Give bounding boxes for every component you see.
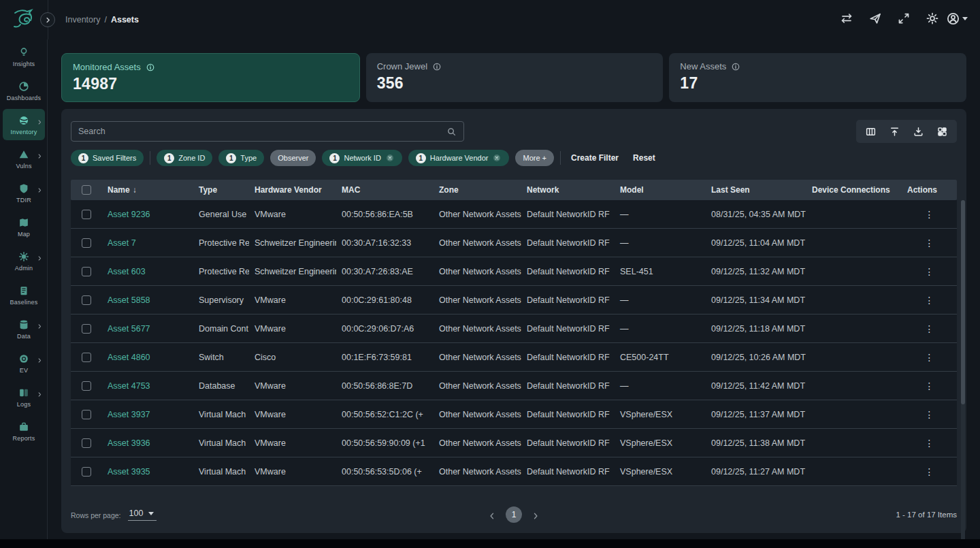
- apps-icon[interactable]: [936, 126, 948, 138]
- row-checkbox[interactable]: [82, 238, 91, 248]
- stat-card-new-assets[interactable]: New Assets 17: [669, 53, 966, 102]
- type-cell: Virtual Mach: [193, 438, 249, 448]
- sidebar-item-ev[interactable]: EV: [0, 346, 48, 380]
- info-icon[interactable]: [146, 63, 155, 72]
- asset-link[interactable]: Asset 4753: [108, 381, 150, 391]
- close-icon[interactable]: [385, 153, 395, 163]
- scrollbar-thumb[interactable]: [961, 200, 965, 404]
- asset-link[interactable]: Asset 3937: [108, 410, 150, 419]
- row-checkbox[interactable]: [82, 438, 91, 448]
- row-actions-menu-icon[interactable]: ⋮: [925, 409, 934, 420]
- breadcrumb-section[interactable]: Inventory: [65, 15, 100, 25]
- chevron-right-icon: [37, 184, 43, 190]
- asset-link[interactable]: Asset 7: [108, 238, 136, 248]
- brightness-icon[interactable]: [926, 12, 939, 25]
- row-actions-menu-icon[interactable]: ⋮: [925, 438, 934, 449]
- asset-link[interactable]: Asset 3936: [108, 438, 150, 448]
- network-cell: Default NetworkID RF: [521, 353, 615, 362]
- row-checkbox[interactable]: [82, 381, 91, 391]
- sidebar-item-insights[interactable]: Insights: [0, 39, 48, 74]
- row-actions-menu-icon[interactable]: ⋮: [925, 323, 934, 334]
- search-input[interactable]: [78, 127, 446, 136]
- info-icon[interactable]: [432, 62, 442, 71]
- column-header-last-seen[interactable]: Last Seen: [706, 185, 806, 195]
- reset-button[interactable]: Reset: [629, 153, 659, 163]
- asset-name-cell: Asset 603: [102, 267, 193, 276]
- asset-link[interactable]: Asset 4860: [108, 353, 150, 362]
- download-icon[interactable]: [913, 126, 924, 138]
- row-select-cell: [71, 381, 102, 391]
- sidebar-item-admin[interactable]: Admin: [0, 244, 48, 278]
- filter-chip-hardware-vendor[interactable]: 1Hardware Vendor: [408, 150, 510, 166]
- send-icon[interactable]: [868, 12, 882, 25]
- swap-arrows-icon[interactable]: [840, 12, 853, 25]
- row-checkbox[interactable]: [82, 467, 91, 477]
- zone-cell: Other Network Assets: [434, 267, 521, 276]
- column-header-type[interactable]: Type: [193, 185, 249, 195]
- sidebar-item-tdir[interactable]: TDIR: [0, 176, 48, 210]
- next-page-icon[interactable]: [532, 511, 540, 519]
- sidebar-item-map[interactable]: Map: [0, 210, 48, 244]
- row-select-cell: [71, 324, 102, 334]
- select-all-checkbox[interactable]: [82, 185, 91, 195]
- column-header-mac[interactable]: MAC: [336, 185, 434, 195]
- row-actions-menu-icon[interactable]: ⋮: [925, 266, 934, 277]
- row-checkbox[interactable]: [82, 410, 91, 419]
- sidebar-item-vulns[interactable]: Vulns: [0, 142, 48, 176]
- row-checkbox[interactable]: [82, 324, 91, 334]
- info-icon[interactable]: [731, 62, 740, 71]
- row-checkbox[interactable]: [82, 295, 91, 305]
- row-checkbox[interactable]: [82, 353, 91, 362]
- asset-link[interactable]: Asset 5858: [108, 295, 150, 305]
- search-box: [71, 121, 464, 142]
- row-checkbox[interactable]: [82, 210, 91, 219]
- sidebar-item-reports[interactable]: Reports: [0, 414, 48, 448]
- previous-page-icon[interactable]: [488, 511, 496, 519]
- filter-chip-network-id[interactable]: 1Network ID: [322, 150, 402, 166]
- row-actions-menu-icon[interactable]: ⋮: [925, 381, 934, 391]
- sidebar-item-inventory[interactable]: Inventory: [0, 108, 48, 142]
- hardware-vendor-cell: VMware: [249, 467, 336, 477]
- column-header-zone[interactable]: Zone: [434, 185, 521, 195]
- row-actions-menu-icon[interactable]: ⋮: [925, 466, 934, 477]
- rows-per-page-select[interactable]: 100: [128, 509, 157, 521]
- account-menu[interactable]: [946, 12, 968, 26]
- close-icon[interactable]: [492, 153, 502, 163]
- row-checkbox[interactable]: [82, 267, 91, 276]
- filter-chip-zone-id[interactable]: 1Zone ID: [157, 150, 212, 166]
- last-seen-cell: 09/12/25, 11:18 AM MDT: [706, 324, 806, 334]
- columns-icon[interactable]: [865, 126, 877, 138]
- asset-link[interactable]: Asset 603: [108, 267, 146, 276]
- row-actions-menu-icon[interactable]: ⋮: [925, 295, 934, 306]
- last-seen-cell: 09/12/25, 11:42 AM MDT: [706, 381, 806, 391]
- row-actions-menu-icon[interactable]: ⋮: [925, 352, 934, 363]
- stat-card-crown-jewel[interactable]: Crown Jewel 356: [366, 53, 664, 102]
- upload-icon[interactable]: [889, 126, 900, 138]
- row-actions-menu-icon[interactable]: ⋮: [925, 209, 934, 220]
- column-header-name[interactable]: Name↓: [102, 185, 193, 195]
- column-header-actions[interactable]: Actions: [902, 185, 957, 195]
- filter-chip-more-[interactable]: More +: [515, 150, 554, 166]
- column-header-device-connections[interactable]: Device Connections: [806, 185, 902, 195]
- asset-link[interactable]: Asset 5677: [108, 324, 150, 334]
- page-number-button[interactable]: 1: [506, 506, 522, 523]
- filter-chip-observer[interactable]: Observer: [270, 150, 316, 166]
- filter-chip-saved-filters[interactable]: 1Saved Filters: [71, 150, 144, 166]
- column-header-hardware-vendor[interactable]: Hardware Vendor: [249, 185, 336, 195]
- column-header-network[interactable]: Network: [521, 185, 615, 195]
- sidebar-item-dashboards[interactable]: Dashboards: [0, 74, 48, 108]
- sidebar-item-data[interactable]: Data: [0, 312, 48, 346]
- column-header-model[interactable]: Model: [615, 185, 706, 195]
- search-icon[interactable]: [446, 127, 457, 137]
- stat-card-monitored-assets[interactable]: Monitored Assets 14987: [61, 53, 360, 102]
- sidebar-item-baselines[interactable]: Baselines: [0, 278, 48, 312]
- expand-icon[interactable]: [897, 12, 911, 25]
- sidebar-collapse-button[interactable]: [40, 12, 55, 27]
- sidebar-item-logs[interactable]: Logs: [0, 380, 48, 414]
- asset-link[interactable]: Asset 9236: [108, 210, 150, 219]
- filter-chip-type[interactable]: 1Type: [218, 150, 264, 166]
- chevron-right-icon: [37, 150, 43, 156]
- create-filter-button[interactable]: Create Filter: [567, 153, 623, 163]
- asset-link[interactable]: Asset 3935: [108, 467, 150, 477]
- row-actions-menu-icon[interactable]: ⋮: [925, 238, 934, 248]
